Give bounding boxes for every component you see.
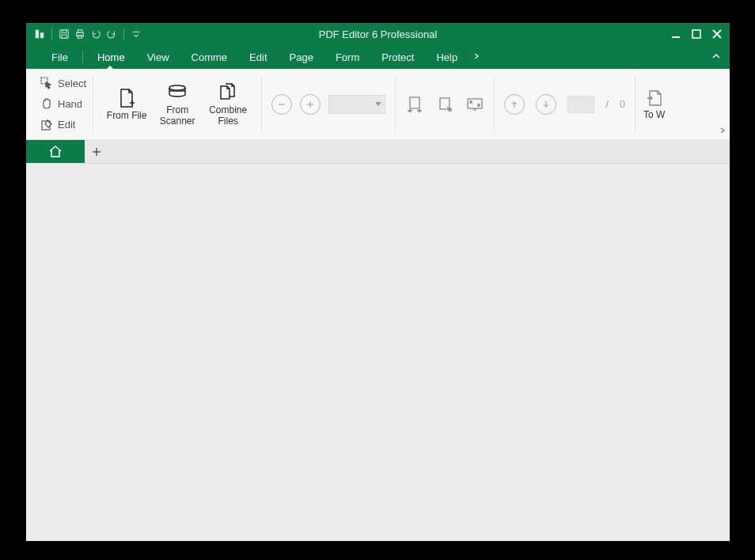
ribbon: Select Hand Edit From File From Scanner bbox=[26, 69, 730, 140]
hand-tool[interactable]: Hand bbox=[40, 94, 86, 113]
svg-rect-7 bbox=[78, 36, 82, 39]
tool-label: Select bbox=[58, 78, 86, 89]
zoom-group bbox=[265, 69, 392, 139]
print-icon[interactable] bbox=[74, 28, 85, 40]
menu-view[interactable]: View bbox=[136, 45, 180, 69]
quick-access-toolbar bbox=[26, 28, 142, 40]
ribbon-overflow-icon[interactable] bbox=[715, 127, 730, 139]
menu-label: Protect bbox=[381, 51, 414, 63]
zoom-out-button[interactable] bbox=[271, 94, 292, 115]
separator bbox=[635, 75, 635, 133]
document-area bbox=[26, 164, 730, 541]
menu-label: View bbox=[147, 51, 169, 63]
fit-screen-button[interactable] bbox=[465, 95, 484, 114]
fit-group bbox=[399, 69, 491, 139]
from-scanner-button[interactable]: From Scanner bbox=[154, 72, 201, 136]
zoom-level-combo[interactable] bbox=[328, 95, 385, 114]
svg-rect-22 bbox=[410, 97, 419, 108]
home-tab[interactable] bbox=[26, 140, 85, 163]
svg-rect-10 bbox=[692, 30, 700, 38]
close-button[interactable] bbox=[708, 26, 727, 42]
menubar: File Home View Comme Edit Page Form Prot… bbox=[26, 45, 730, 69]
menu-label: Comme bbox=[192, 51, 228, 63]
app-window: PDF Editor 6 Professional File Home View… bbox=[26, 23, 730, 541]
separator bbox=[123, 28, 124, 40]
page-separator: / bbox=[605, 98, 609, 110]
svg-point-17 bbox=[169, 85, 185, 90]
separator bbox=[395, 75, 396, 133]
next-page-button[interactable] bbox=[536, 94, 556, 115]
menu-label: Page bbox=[290, 51, 313, 63]
menu-file[interactable]: File bbox=[40, 45, 79, 69]
undo-icon[interactable] bbox=[90, 28, 101, 40]
svg-rect-2 bbox=[60, 30, 69, 39]
page-number-input[interactable] bbox=[567, 96, 594, 113]
tool-label: Edit bbox=[58, 119, 75, 131]
minimize-button[interactable] bbox=[666, 26, 685, 42]
menu-page[interactable]: Page bbox=[279, 45, 324, 69]
edit-tool[interactable]: Edit bbox=[40, 115, 86, 134]
svg-rect-4 bbox=[62, 35, 66, 38]
titlebar: PDF Editor 6 Professional bbox=[26, 23, 730, 45]
window-controls bbox=[666, 26, 730, 42]
menu-label: Help bbox=[436, 51, 457, 63]
separator bbox=[494, 75, 495, 133]
button-label: From File bbox=[107, 111, 147, 121]
combine-files-button[interactable]: Combine Files bbox=[204, 72, 252, 136]
create-group: From File From Scanner Combine Files bbox=[97, 69, 258, 139]
fit-page-button[interactable] bbox=[435, 95, 454, 114]
svg-rect-1 bbox=[40, 32, 44, 38]
prev-page-button[interactable] bbox=[504, 94, 525, 115]
button-label: To W bbox=[643, 109, 665, 120]
customize-qat-icon[interactable] bbox=[131, 28, 142, 40]
zoom-in-button[interactable] bbox=[300, 94, 321, 115]
select-tool[interactable]: Select bbox=[40, 74, 86, 93]
from-file-button[interactable]: From File bbox=[103, 72, 150, 136]
svg-rect-0 bbox=[36, 30, 39, 39]
collapse-ribbon-icon[interactable] bbox=[711, 51, 722, 64]
menu-comment[interactable]: Comme bbox=[180, 45, 239, 69]
selection-tools-group: Select Hand Edit bbox=[26, 69, 89, 139]
page-nav-group: / 0 bbox=[498, 69, 632, 139]
to-word-button[interactable]: To W bbox=[639, 69, 670, 139]
maximize-button[interactable] bbox=[687, 26, 706, 42]
menu-label: Edit bbox=[249, 51, 267, 63]
menu-home[interactable]: Home bbox=[86, 45, 136, 69]
separator bbox=[261, 75, 262, 133]
button-label: Combine Files bbox=[209, 105, 247, 126]
save-icon[interactable] bbox=[59, 28, 70, 40]
chevron-down-icon bbox=[375, 102, 381, 106]
app-logo-icon bbox=[34, 28, 45, 40]
window-title: PDF Editor 6 Professional bbox=[319, 28, 438, 40]
menu-overflow-icon[interactable] bbox=[473, 52, 480, 62]
separator bbox=[51, 28, 52, 40]
new-tab-button[interactable] bbox=[85, 140, 108, 163]
menu-form[interactable]: Form bbox=[324, 45, 370, 69]
svg-rect-3 bbox=[62, 30, 66, 33]
menu-label: Home bbox=[97, 51, 125, 63]
button-label: From Scanner bbox=[160, 105, 195, 126]
menu-protect[interactable]: Protect bbox=[370, 45, 425, 69]
separator bbox=[82, 51, 83, 63]
menu-help[interactable]: Help bbox=[425, 45, 469, 69]
tool-label: Hand bbox=[58, 98, 82, 110]
menu-label: File bbox=[51, 51, 68, 63]
menu-edit[interactable]: Edit bbox=[238, 45, 278, 69]
document-tabstrip bbox=[26, 140, 730, 164]
redo-icon[interactable] bbox=[106, 28, 117, 40]
page-total: 0 bbox=[620, 98, 625, 110]
svg-rect-6 bbox=[78, 30, 82, 33]
fit-width-button[interactable] bbox=[405, 95, 424, 114]
menu-label: Form bbox=[336, 51, 359, 63]
separator bbox=[93, 75, 93, 133]
